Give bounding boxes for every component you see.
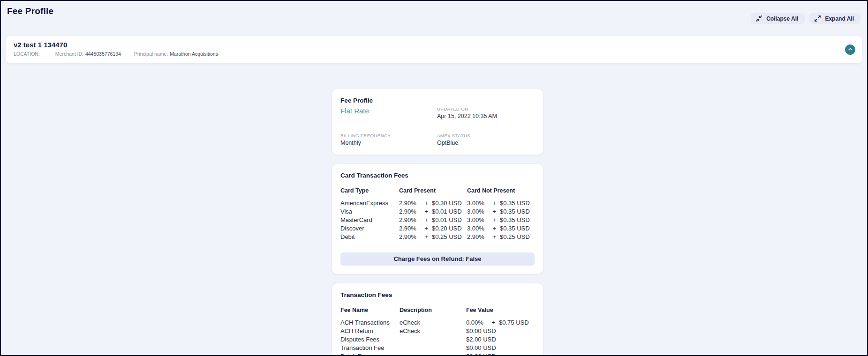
table-header-row: Fee Name Description Fee Value bbox=[340, 307, 535, 313]
card-not-present-fee-cell: 3.00% + $0.35 USD bbox=[467, 224, 535, 233]
fee-rate: 3.00% bbox=[467, 216, 489, 224]
fee-plus: + bbox=[421, 224, 432, 233]
fee-description-cell bbox=[400, 344, 466, 352]
card-not-present-fee-cell: 3.00% + $0.35 USD bbox=[467, 199, 535, 208]
merchant-id-group: Merchant ID: 4445035776194 bbox=[55, 51, 121, 57]
fee-name-cell: Batch Fee bbox=[340, 352, 400, 356]
fee-description-cell bbox=[400, 352, 466, 356]
expand-all-label: Expand All bbox=[825, 15, 854, 22]
card-present-fee-cell: 2.90% + $0.01 USD bbox=[399, 216, 467, 224]
fee-amount: $0.35 USD bbox=[500, 199, 530, 208]
collapse-all-button[interactable]: Collapse All bbox=[751, 13, 805, 24]
card-present-fee-cell: 2.90% + $0.20 USD bbox=[399, 224, 467, 233]
transaction-fees-card: Transaction Fees Fee Name Description Fe… bbox=[332, 283, 543, 356]
card-not-present-fee-cell: 2.90% + $0.25 USD bbox=[467, 233, 535, 241]
table-row: Batch Fee $0.00 USD bbox=[340, 352, 535, 356]
card-present-fee-cell: 2.90% + $0.30 USD bbox=[399, 199, 467, 208]
fee-description-cell: eCheck bbox=[400, 327, 466, 335]
table-header-row: Card Type Card Present Card Not Present bbox=[340, 187, 535, 194]
fee-name-cell: Transaction Fee bbox=[340, 344, 400, 352]
charge-fees-on-refund-banner: Charge Fees on Refund: False bbox=[340, 252, 535, 266]
table-row: Disputes Fees $2.00 USD bbox=[340, 335, 535, 344]
fee-amount: $0.35 USD bbox=[500, 216, 530, 224]
card-transaction-fees-table: Card Type Card Present Card Not Present … bbox=[340, 187, 535, 241]
fee-plus: + bbox=[421, 233, 432, 241]
fee-rate: 2.90% bbox=[399, 233, 421, 241]
fee-amount: $0.35 USD bbox=[500, 208, 530, 216]
content-column: Fee Profile Flat Rate UPDATED ON Apr 15,… bbox=[332, 89, 543, 356]
fee-plus: + bbox=[421, 216, 432, 224]
fee-profile-type-link[interactable]: Flat Rate bbox=[340, 107, 437, 115]
fee-profile-heading: Fee Profile bbox=[340, 97, 437, 104]
fee-amount: $0.75 USD bbox=[499, 319, 529, 327]
card-type-cell: Discover bbox=[340, 224, 399, 233]
updated-on-value: Apr 15, 2022 10:35 AM bbox=[437, 113, 535, 119]
fee-value-cell: 0.00% + $0.75 USD bbox=[466, 319, 535, 327]
fee-plus: + bbox=[421, 208, 432, 216]
transaction-fees-heading: Transaction Fees bbox=[340, 291, 535, 298]
merchant-name: v2 test 1 134470 bbox=[14, 41, 854, 49]
card-type-cell: Debit bbox=[340, 233, 399, 241]
fee-rate: 3.00% bbox=[467, 199, 489, 208]
table-row: Discover 2.90% + $0.20 USD 3.00% + $0.35… bbox=[340, 224, 535, 233]
card-type-cell: Visa bbox=[340, 208, 399, 216]
column-header-fee-name: Fee Name bbox=[340, 307, 400, 313]
fee-amount: $0.25 USD bbox=[500, 233, 530, 241]
table-row: Visa 2.90% + $0.01 USD 3.00% + $0.35 USD bbox=[340, 208, 535, 216]
fee-amount: $0.25 USD bbox=[432, 233, 462, 241]
fee-description-cell: eCheck bbox=[400, 319, 466, 327]
card-transaction-fees-heading: Card Transaction Fees bbox=[340, 172, 535, 179]
fee-rate: 2.90% bbox=[399, 208, 421, 216]
card-type-cell: AmericanExpress bbox=[340, 199, 399, 208]
fee-rate: 2.90% bbox=[399, 224, 421, 233]
fee-plus: + bbox=[489, 208, 500, 216]
merchant-id-value: 4445035776194 bbox=[85, 51, 121, 57]
fee-name-cell: Disputes Fees bbox=[340, 335, 400, 344]
expand-all-button[interactable]: Expand All bbox=[809, 13, 860, 24]
fee-amount: $0.35 USD bbox=[500, 224, 530, 233]
fee-plus: + bbox=[489, 224, 500, 233]
fee-amount: $0.20 USD bbox=[432, 224, 462, 233]
fee-amount: $0.30 USD bbox=[432, 199, 462, 208]
table-row: Transaction Fee $0.00 USD bbox=[340, 344, 535, 352]
fee-value-cell: $0.00 USD bbox=[466, 327, 535, 335]
fee-rate: 0.00% bbox=[466, 319, 488, 327]
fee-amount: $0.01 USD bbox=[432, 208, 462, 216]
table-row: AmericanExpress 2.90% + $0.30 USD 3.00% … bbox=[340, 199, 535, 208]
fee-plus: + bbox=[489, 233, 500, 241]
fee-value-cell: $0.00 USD bbox=[466, 352, 535, 356]
fee-plus: + bbox=[488, 319, 499, 327]
fee-profile-card: Fee Profile Flat Rate UPDATED ON Apr 15,… bbox=[332, 89, 543, 155]
fee-plus: + bbox=[489, 199, 500, 208]
card-type-cell: MasterCard bbox=[340, 216, 399, 224]
principal-name-group: Principal name: Marathon Acquisitions bbox=[134, 51, 218, 57]
merchant-meta: LOCATION: Merchant ID: 4445035776194 Pri… bbox=[14, 51, 854, 57]
merchant-id-label: Merchant ID: bbox=[55, 51, 83, 57]
transaction-fees-table: Fee Name Description Fee Value ACH Trans… bbox=[340, 307, 535, 356]
billing-frequency-label: BILLING FREQUENCY bbox=[340, 133, 437, 138]
location-label: LOCATION: bbox=[14, 51, 40, 57]
card-present-fee-cell: 2.90% + $0.25 USD bbox=[399, 233, 467, 241]
card-present-fee-cell: 2.90% + $0.01 USD bbox=[399, 208, 467, 216]
fee-plus: + bbox=[489, 216, 500, 224]
amex-status-label: AMEX STATUS bbox=[437, 133, 535, 138]
collapse-icon bbox=[755, 15, 762, 22]
merchant-panel: v2 test 1 134470 LOCATION: Merchant ID: … bbox=[6, 36, 862, 63]
fee-description-cell bbox=[400, 335, 466, 344]
fee-value-cell: $0.00 USD bbox=[466, 344, 535, 352]
fee-plus: + bbox=[421, 199, 432, 208]
table-row: MasterCard 2.90% + $0.01 USD 3.00% + $0.… bbox=[340, 216, 535, 224]
fee-name-cell: ACH Return bbox=[340, 327, 400, 335]
column-header-fee-value: Fee Value bbox=[466, 307, 535, 313]
fee-name-cell: ACH Transactions bbox=[340, 319, 400, 327]
card-not-present-fee-cell: 3.00% + $0.35 USD bbox=[467, 216, 535, 224]
principal-name-value: Marathon Acquisitions bbox=[170, 51, 218, 57]
column-header-description: Description bbox=[400, 307, 466, 313]
chevron-up-icon bbox=[847, 46, 853, 53]
table-row: Debit 2.90% + $0.25 USD 2.90% + $0.25 US… bbox=[340, 233, 535, 241]
updated-on-label: UPDATED ON bbox=[437, 106, 535, 111]
fee-rate: 2.90% bbox=[467, 233, 489, 241]
card-transaction-fees-card: Card Transaction Fees Card Type Card Pre… bbox=[332, 164, 543, 274]
panel-collapse-toggle-button[interactable] bbox=[845, 44, 855, 55]
table-row: ACH Transactions eCheck 0.00% + $0.75 US… bbox=[340, 319, 535, 327]
